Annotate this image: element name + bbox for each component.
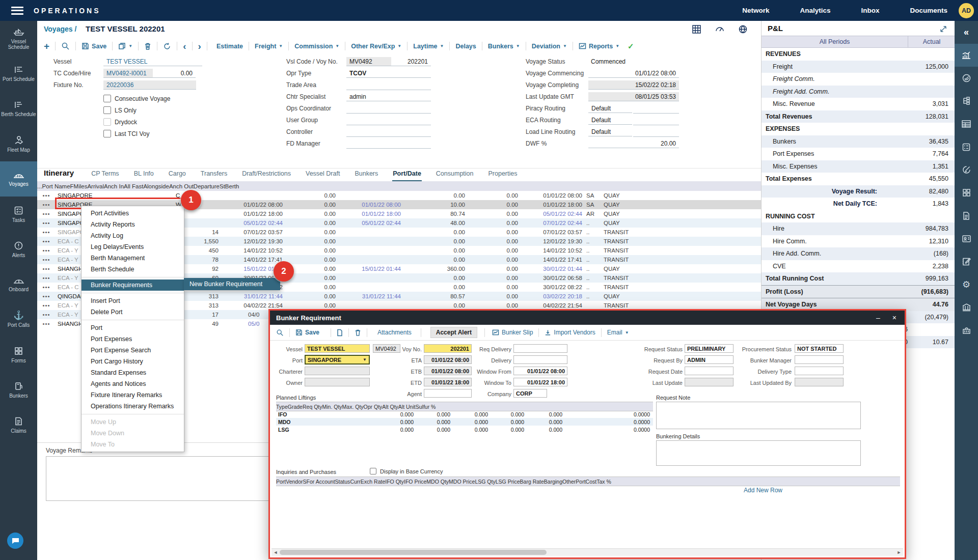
new-button[interactable]: + bbox=[44, 42, 49, 50]
display-base-currency-checkbox[interactable]: Display in Base Currency bbox=[370, 468, 443, 474]
context-menu-item[interactable]: Port Expense Search bbox=[82, 345, 184, 356]
dwf-field[interactable]: 20.00 bbox=[588, 139, 679, 148]
row-actions-icon[interactable]: ••• bbox=[37, 257, 56, 263]
context-menu-item[interactable]: Activity Reports bbox=[82, 219, 184, 230]
gauge-icon[interactable] bbox=[715, 24, 725, 34]
sidebar-item-alerts[interactable]: Alerts bbox=[0, 232, 37, 267]
itinerary-tab[interactable]: Cargo bbox=[168, 169, 186, 182]
sidebar-item-fleet-map[interactable]: Fleet Map bbox=[0, 126, 37, 161]
itinerary-column-header[interactable]: Anch Out bbox=[169, 183, 194, 189]
fd-manager-field[interactable] bbox=[346, 139, 431, 149]
itinerary-column-header[interactable]: Miles bbox=[74, 183, 88, 189]
context-menu-item[interactable]: Move Down bbox=[82, 428, 184, 439]
duplicate-icon[interactable] bbox=[955, 181, 978, 204]
compose-icon[interactable] bbox=[955, 158, 978, 181]
itinerary-tab[interactable]: Draft/Restrictions bbox=[241, 169, 291, 182]
context-menu-item[interactable]: Fixture Itinerary Remarks bbox=[82, 389, 184, 401]
collapse-panel-icon[interactable]: « bbox=[955, 21, 978, 44]
modal-voyno-field[interactable]: 202201 bbox=[424, 344, 472, 353]
ls-only-checkbox[interactable]: LS Only bbox=[103, 106, 137, 114]
hamburger-menu-icon[interactable] bbox=[11, 7, 23, 15]
email-menu-button[interactable]: Email▼ bbox=[607, 329, 629, 336]
chtr-specialist-field[interactable]: admin bbox=[346, 92, 431, 101]
modal-save-button[interactable]: Save bbox=[295, 329, 319, 336]
context-menu-item[interactable]: Move Up bbox=[82, 416, 184, 428]
eca-routing-extra-field[interactable] bbox=[633, 116, 679, 125]
itinerary-column-header[interactable]: F bbox=[70, 183, 74, 189]
sidebar-item-port-schedule[interactable]: Port Schedule bbox=[0, 56, 37, 91]
context-menu-item[interactable]: Berth Schedule bbox=[82, 264, 184, 275]
table-view-icon[interactable] bbox=[955, 113, 978, 135]
row-actions-icon[interactable]: ••• bbox=[37, 229, 56, 235]
itinerary-column-header[interactable]: Port Name bbox=[42, 183, 70, 189]
modal-horizontal-scrollbar[interactable]: ◄ ► bbox=[271, 548, 903, 556]
modal-request-date-field[interactable] bbox=[685, 367, 734, 375]
context-menu-item[interactable]: Activity Log bbox=[82, 230, 184, 241]
opr-type-field[interactable]: TCOV bbox=[346, 69, 431, 78]
document-icon[interactable] bbox=[955, 204, 978, 227]
planned-liftings-row[interactable]: MDO 0.000 0.000 0.000 0.000 0.000 0.0000 bbox=[276, 418, 653, 426]
reports-menu-button[interactable]: Reports▼ bbox=[579, 43, 619, 50]
close-icon[interactable]: × bbox=[892, 314, 896, 321]
modal-delivery-field[interactable] bbox=[513, 355, 567, 364]
context-menu-item[interactable]: Port bbox=[82, 322, 184, 333]
modal-req-delivery-field[interactable] bbox=[513, 344, 567, 353]
delays-button[interactable]: Delays bbox=[455, 43, 476, 50]
context-menu-item[interactable]: Delete Port bbox=[82, 306, 184, 318]
sidebar-item-claims[interactable]: Claims bbox=[0, 407, 37, 442]
prev-voyage-button[interactable]: ‹ bbox=[183, 43, 186, 50]
grid-view-icon[interactable] bbox=[692, 24, 701, 34]
context-menu-item[interactable]: Leg Delays/Events bbox=[82, 241, 184, 253]
container-icon[interactable] bbox=[955, 319, 978, 342]
row-actions-icon[interactable]: ••• bbox=[37, 247, 56, 254]
context-menu-item[interactable]: Insert Port bbox=[82, 295, 184, 306]
notebook-edit-icon[interactable] bbox=[955, 250, 978, 273]
itinerary-column-header[interactable]: Arrival bbox=[87, 183, 104, 189]
row-actions-icon[interactable]: ••• bbox=[37, 321, 56, 327]
pnl-period-header[interactable]: All Periods bbox=[762, 36, 908, 47]
context-menu-item[interactable] bbox=[82, 318, 184, 322]
row-actions-icon[interactable]: ••• bbox=[37, 238, 56, 244]
modal-window-to-field[interactable]: 01/01/22 18:00 bbox=[513, 378, 567, 386]
row-actions-icon[interactable]: ••• bbox=[37, 293, 56, 299]
modal-agent-field[interactable] bbox=[424, 389, 472, 398]
planned-liftings-row[interactable]: IFO 0.000 0.000 0.000 0.000 0.000 0.0000 bbox=[276, 410, 653, 418]
context-menu-item[interactable]: Berth Management bbox=[82, 253, 184, 264]
add-new-row-link[interactable]: Add New Row bbox=[744, 487, 782, 494]
breadcrumb-voyages-link[interactable]: Voyages / bbox=[44, 25, 76, 33]
row-actions-icon[interactable]: ••• bbox=[37, 211, 56, 217]
settings-gear-icon[interactable]: ⚙ bbox=[955, 273, 978, 296]
sidebar-item-bunkers[interactable]: Bunkers bbox=[0, 372, 37, 407]
modal-procurement-status-field[interactable]: NOT STARTED bbox=[795, 344, 844, 353]
modal-owner-field[interactable] bbox=[305, 378, 370, 386]
user-group-field[interactable] bbox=[346, 116, 431, 125]
deviation-menu-button[interactable]: Deviation▼ bbox=[532, 43, 567, 50]
modal-request-by-field[interactable]: ADMIN bbox=[685, 355, 734, 364]
sidebar-item-onboard[interactable]: Onboard bbox=[0, 267, 37, 302]
scroll-right-icon[interactable]: ► bbox=[895, 550, 903, 555]
sidebar-item-tasks[interactable]: Tasks bbox=[0, 197, 37, 232]
context-menu-item[interactable]: Port Expenses bbox=[82, 333, 184, 345]
context-menu-item[interactable] bbox=[82, 275, 184, 279]
ops-coordinator-field[interactable] bbox=[346, 104, 431, 114]
bank-icon[interactable] bbox=[955, 296, 978, 319]
modal-charterer-field[interactable] bbox=[305, 367, 370, 375]
itinerary-tab[interactable]: BL Info bbox=[133, 169, 154, 182]
modal-company-field[interactable]: CORP bbox=[513, 389, 547, 398]
new-document-icon[interactable] bbox=[337, 329, 343, 337]
itinerary-tab[interactable]: Properties bbox=[488, 169, 518, 182]
itinerary-tab[interactable]: Bunkers bbox=[354, 169, 378, 182]
itinerary-column-header[interactable]: St bbox=[220, 183, 225, 189]
fixture-no-field[interactable]: 20220036 bbox=[103, 80, 196, 90]
delete-trash-icon[interactable] bbox=[355, 329, 361, 337]
attachments-button[interactable]: Attachments bbox=[377, 329, 412, 336]
eca-routing-field[interactable]: Default bbox=[588, 116, 632, 125]
planned-liftings-row[interactable]: LSG 0.000 0.000 0.000 0.000 0.000 0.0000 bbox=[276, 426, 653, 433]
search-icon[interactable] bbox=[61, 42, 70, 50]
controller-field[interactable] bbox=[346, 127, 431, 137]
hierarchy-icon[interactable] bbox=[955, 90, 978, 113]
voy-no-field[interactable]: 202201 bbox=[391, 57, 431, 66]
pnl-chart-icon[interactable] bbox=[955, 44, 978, 67]
context-menu-item[interactable]: Bunker Requirements bbox=[82, 279, 184, 291]
globe-icon[interactable] bbox=[738, 24, 748, 34]
